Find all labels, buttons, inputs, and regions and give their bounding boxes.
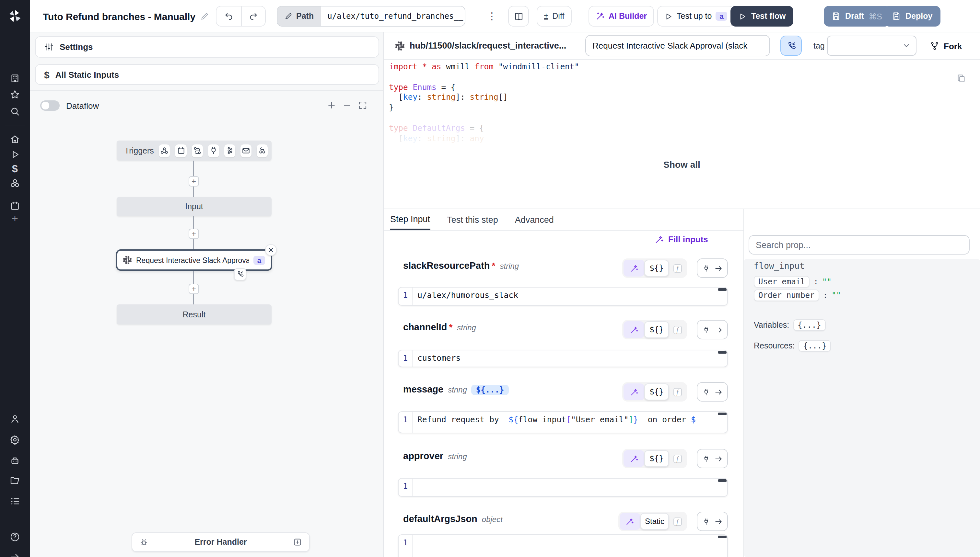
function-mode-button[interactable]: f	[669, 517, 686, 526]
route-icon[interactable]	[191, 144, 203, 157]
function-mode-button[interactable]: f	[669, 454, 686, 463]
value-editor[interactable]: 1 customers	[398, 350, 728, 367]
ai-builder-button[interactable]: AI Builder	[588, 6, 654, 26]
fit-view-icon[interactable]	[358, 100, 368, 110]
insert-step-button[interactable]: +	[189, 229, 199, 239]
email-icon[interactable]	[240, 144, 252, 157]
hub-script-path[interactable]: hub/11500/slack/request_interactive...	[410, 33, 566, 60]
suspend-approval-button[interactable]	[781, 36, 802, 56]
test-up-to-button[interactable]: Test up to a	[657, 6, 735, 26]
collapse-rail-button[interactable]	[9, 551, 21, 557]
docs-button[interactable]	[508, 6, 529, 26]
connect-input-button[interactable]	[697, 511, 728, 531]
test-flow-button[interactable]: Test flow	[730, 6, 794, 26]
ai-fill-button[interactable]	[624, 321, 644, 338]
resources-row[interactable]: Resources: {...}	[754, 340, 831, 352]
show-all-button[interactable]: Show all	[384, 159, 980, 170]
tab-advanced[interactable]: Advanced	[515, 209, 554, 230]
zoom-in-icon[interactable]	[327, 100, 336, 110]
template-mode-button[interactable]: ${}	[644, 383, 669, 400]
connect-input-button[interactable]	[697, 382, 728, 402]
tab-step-input[interactable]: Step Input	[390, 209, 430, 230]
undo-button[interactable]	[217, 7, 241, 26]
value-editor[interactable]: 1 u/alex/humorous_slack	[398, 287, 728, 306]
ai-fill-button[interactable]	[620, 513, 640, 530]
prop-key[interactable]: Order number	[754, 290, 819, 301]
input-node[interactable]: Input	[117, 197, 271, 216]
prop-row-user-email[interactable]: User email : ""	[754, 276, 831, 288]
fork-button[interactable]: Fork	[930, 33, 962, 60]
remove-step-button[interactable]: ✕	[265, 244, 277, 256]
sidebar-item-settings[interactable]	[9, 434, 21, 446]
webhook-icon[interactable]	[159, 144, 170, 157]
template-mode-button[interactable]: ${}	[644, 260, 669, 277]
sidebar-item-search[interactable]	[9, 106, 21, 117]
prop-row-order-number[interactable]: Order number : ""	[754, 290, 841, 301]
function-mode-button[interactable]: f	[669, 388, 686, 396]
sidebar-item-schedules[interactable]	[9, 200, 21, 212]
sidebar-item-logs[interactable]	[9, 495, 21, 507]
template-mode-button[interactable]: ${}	[644, 321, 669, 338]
all-static-inputs-button[interactable]: $ All Static Inputs	[35, 64, 379, 85]
function-mode-button[interactable]: f	[669, 264, 686, 272]
search-prop-input[interactable]	[749, 235, 970, 254]
folder-icon	[10, 476, 20, 486]
prop-key[interactable]: User email	[754, 276, 810, 288]
value-editor[interactable]: 1 Refund request by _${flow_input["User …	[398, 411, 728, 433]
sidebar-item-home[interactable]	[9, 134, 21, 145]
diff-button[interactable]: ± Diff	[537, 6, 571, 26]
edit-title-icon[interactable]	[200, 12, 208, 20]
step-name-input[interactable]	[585, 35, 770, 56]
kafka-icon[interactable]	[224, 144, 235, 157]
help-button[interactable]	[9, 531, 21, 543]
sidebar-item-variables[interactable]: $	[9, 163, 21, 175]
flow-settings-button[interactable]: Settings	[35, 36, 379, 58]
insert-step-button[interactable]: +	[189, 284, 199, 294]
schedule-icon[interactable]	[175, 144, 186, 157]
sidebar-item-workspace[interactable]	[9, 73, 21, 84]
ai-fill-button[interactable]	[624, 260, 644, 277]
ai-fill-button[interactable]	[624, 450, 644, 467]
ai-fill-button[interactable]	[624, 383, 644, 400]
connect-input-button[interactable]	[697, 259, 728, 278]
variables-row[interactable]: Variables: {...}	[754, 319, 826, 331]
poll-icon[interactable]	[256, 144, 268, 157]
sidebar-item-runs[interactable]	[9, 148, 21, 160]
deploy-button[interactable]: Deploy	[884, 6, 940, 26]
zoom-out-icon[interactable]	[342, 100, 352, 110]
template-mode-button[interactable]: ${}	[644, 450, 669, 467]
path-input[interactable]: u/alex/tuto_refund_branches__	[321, 7, 465, 26]
sidebar-item-add[interactable]: +	[9, 213, 21, 225]
error-handler-node[interactable]: Error Handler	[132, 533, 310, 552]
value-editor[interactable]: 1	[398, 534, 728, 557]
fill-inputs-button[interactable]: Fill inputs	[655, 235, 726, 244]
draft-button[interactable]: Draft ⌘S	[824, 6, 890, 26]
app-logo[interactable]	[0, 0, 30, 33]
sidebar-item-folders[interactable]	[9, 475, 21, 486]
resources-expand[interactable]: {...}	[799, 340, 831, 352]
flow-input-root[interactable]: flow_input	[754, 261, 805, 271]
redo-button[interactable]	[241, 7, 265, 26]
path-field[interactable]: Path u/alex/tuto_refund_branches__	[277, 6, 466, 26]
copy-code-icon[interactable]	[957, 74, 966, 83]
sidebar-item-workers[interactable]	[9, 455, 21, 466]
more-options-button[interactable]: ⋮	[485, 6, 499, 26]
triggers-node[interactable]: Triggers	[117, 140, 271, 161]
connect-input-button[interactable]	[697, 320, 728, 339]
insert-step-button[interactable]: +	[189, 176, 199, 187]
dataflow-toggle[interactable]	[40, 100, 60, 111]
function-mode-button[interactable]: f	[669, 326, 686, 334]
sidebar-item-favorites[interactable]	[9, 89, 21, 100]
tag-select[interactable]	[827, 36, 916, 56]
connect-input-button[interactable]	[697, 449, 728, 468]
tab-test-this-step[interactable]: Test this step	[447, 209, 498, 230]
sidebar-item-users[interactable]	[9, 413, 21, 425]
value-editor[interactable]: 1	[398, 478, 728, 497]
plus-square-icon[interactable]	[293, 537, 302, 547]
result-node[interactable]: Result	[117, 305, 271, 324]
websocket-icon[interactable]	[208, 144, 219, 157]
sidebar-item-resources[interactable]	[9, 178, 21, 189]
variables-expand[interactable]: {...}	[793, 319, 825, 331]
slack-approval-node[interactable]: Request Interactive Slack Approval (... …	[116, 249, 272, 271]
static-mode-button[interactable]: Static	[640, 513, 669, 530]
